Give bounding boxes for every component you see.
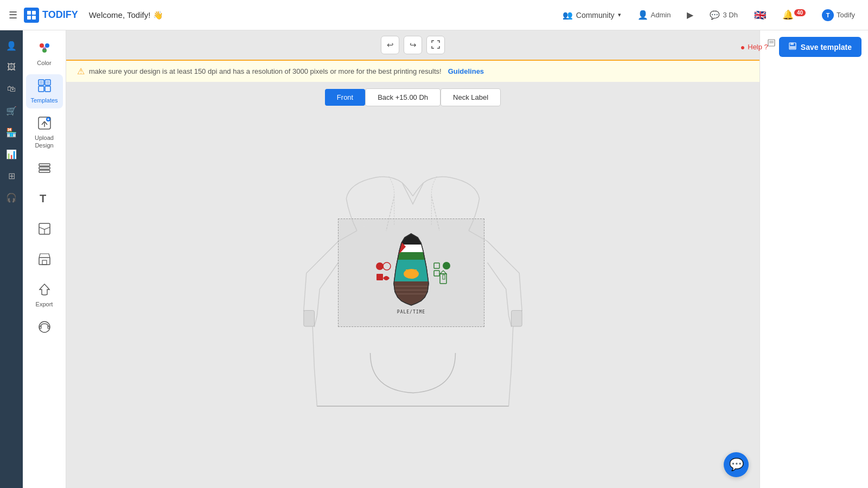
help-icon: ● — [741, 43, 745, 52]
save-template-button[interactable]: Save template — [779, 37, 861, 57]
sidebar-icon-user[interactable]: 👤 — [2, 36, 21, 55]
svg-rect-43 — [394, 281, 429, 305]
svg-rect-33 — [512, 311, 522, 326]
sidebar-icon-chart[interactable]: 📊 — [2, 144, 21, 164]
logo: TODIFY — [24, 8, 78, 23]
header: ☰ TODIFY Welcome, Todify! 👋 👥 Community … — [0, 0, 868, 30]
svg-text:T: T — [40, 192, 46, 204]
notification-badge: 40 — [794, 9, 806, 16]
color-icon — [37, 41, 52, 57]
tool-text[interactable]: T — [26, 187, 63, 214]
svg-rect-21 — [39, 164, 50, 166]
sidebar-icon-headset[interactable]: 🎧 — [2, 188, 21, 207]
svg-rect-51 — [434, 271, 439, 276]
tool-store[interactable] — [26, 248, 63, 275]
sidebar-icon-cart[interactable]: 🛒 — [2, 101, 21, 120]
tool-upload-label: Upload Design — [28, 134, 61, 149]
tab-back[interactable]: Back +15.00 Dh — [365, 88, 441, 106]
body: 👤 🖼 🛍 🛒 🏪 📊 ⊞ 🎧 Color — [0, 30, 868, 488]
fullscreen-button[interactable] — [426, 36, 445, 54]
bell-icon: 🔔 — [782, 9, 794, 21]
tool-support[interactable] — [26, 316, 63, 343]
store-icon — [37, 252, 52, 268]
svg-rect-22 — [39, 167, 50, 169]
hoodie-container: PALE/TIME — [66, 106, 760, 488]
tool-templates[interactable]: Templates — [26, 74, 63, 108]
support-icon — [37, 320, 52, 336]
tool-box[interactable] — [26, 217, 63, 245]
header-right: 👤 Admin ▶ 💬 3 Dh 🇬🇧 🔔 40 T Todify — [633, 7, 859, 23]
warning-icon: ⚠ — [77, 66, 85, 76]
svg-rect-13 — [46, 81, 49, 84]
tool-color[interactable]: Color — [26, 37, 63, 71]
sidebar-icon-grid[interactable]: ⊞ — [2, 166, 21, 185]
community-button[interactable]: 👥 Community ▾ — [557, 7, 627, 23]
canvas-area: ↩ ↪ ⚠ — [66, 30, 760, 488]
redo-button[interactable]: ↪ — [404, 36, 422, 54]
menu-icon[interactable]: ☰ — [9, 9, 17, 21]
save-icon — [789, 42, 796, 52]
svg-rect-42 — [406, 269, 417, 276]
svg-rect-36 — [394, 234, 429, 245]
hoodie-wrapper[interactable]: PALE/TIME — [299, 156, 527, 438]
video-button[interactable]: ▶ — [682, 8, 698, 22]
design-overlay[interactable]: PALE/TIME — [338, 219, 484, 327]
svg-rect-12 — [40, 81, 43, 84]
svg-rect-0 — [27, 11, 31, 15]
guidelines-link[interactable]: Guidelines — [448, 67, 484, 75]
toolbar-row: ↩ ↪ — [381, 30, 445, 60]
tool-upload[interactable]: Upload Design — [26, 112, 63, 153]
community-icon: 👥 — [563, 10, 573, 20]
svg-rect-53 — [440, 274, 446, 284]
svg-rect-11 — [45, 86, 50, 92]
tools-sidebar: Color Templates — [23, 30, 66, 488]
svg-rect-2 — [27, 16, 31, 20]
notification-button[interactable]: 🔔 40 — [778, 7, 810, 23]
redo-icon: ↪ — [410, 40, 417, 50]
icon-sidebar: 👤 🖼 🛍 🛒 🏪 📊 ⊞ 🎧 — [0, 30, 23, 488]
svg-rect-23 — [39, 170, 50, 172]
sidebar-icon-store[interactable]: 🏪 — [2, 123, 21, 142]
chevron-down-icon: ▾ — [618, 11, 621, 18]
canvas-top: ↩ ↪ ⚠ — [66, 30, 760, 106]
text-icon: T — [37, 191, 52, 208]
help-button[interactable]: ● Help ? — [735, 40, 774, 55]
undo-button[interactable]: ↩ — [381, 36, 399, 54]
tool-export[interactable]: Export — [26, 278, 63, 312]
video-icon: ▶ — [687, 10, 693, 20]
language-button[interactable]: 🇬🇧 — [750, 7, 770, 23]
sidebar-icon-image[interactable]: 🖼 — [2, 57, 21, 77]
timer-button[interactable]: 💬 3 Dh — [705, 8, 742, 22]
chat-button[interactable]: 💬 — [724, 452, 749, 477]
sidebar-icon-bag[interactable]: 🛍 — [2, 79, 21, 99]
floating-actions: ● Help ? Save template — [735, 37, 861, 57]
templates-icon — [37, 79, 52, 95]
svg-rect-54 — [443, 275, 445, 279]
svg-rect-3 — [32, 16, 36, 20]
admin-icon: 👤 — [637, 10, 648, 20]
svg-rect-60 — [790, 46, 795, 49]
svg-point-52 — [443, 262, 450, 269]
user-button[interactable]: T Todify — [818, 7, 859, 23]
fullscreen-icon — [431, 40, 440, 50]
svg-rect-27 — [39, 258, 50, 265]
flag-icon: 🇬🇧 — [754, 9, 766, 21]
logo-icon — [24, 8, 39, 23]
tab-neck-label[interactable]: Neck Label — [441, 88, 501, 106]
layers-icon — [37, 161, 52, 177]
tabs-row: Front Back +15.00 Dh Neck Label — [325, 88, 501, 106]
svg-rect-49 — [376, 274, 383, 280]
tab-front[interactable]: Front — [325, 89, 365, 106]
timer-icon: 💬 — [710, 10, 720, 20]
right-panel: Image ⧉ 🗑 — [760, 30, 868, 488]
admin-button[interactable]: 👤 Admin — [633, 8, 675, 22]
svg-point-5 — [45, 43, 49, 48]
tool-export-label: Export — [36, 301, 53, 308]
svg-rect-1 — [32, 11, 36, 15]
svg-rect-59 — [790, 43, 794, 45]
tool-layers[interactable] — [26, 157, 63, 184]
user-avatar: T — [822, 9, 834, 21]
tool-color-label: Color — [37, 60, 51, 67]
svg-text:PALE/TIME: PALE/TIME — [397, 310, 425, 314]
svg-point-47 — [376, 262, 384, 270]
